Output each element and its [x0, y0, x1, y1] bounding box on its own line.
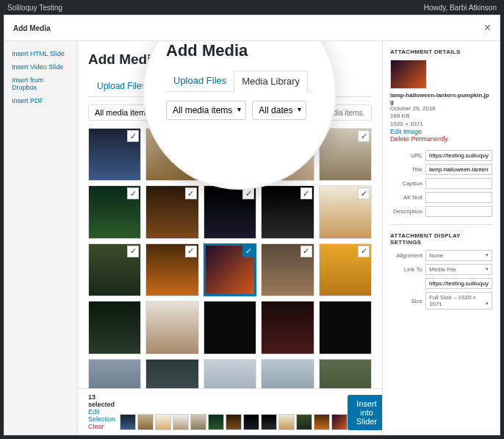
- media-thumb[interactable]: [88, 359, 141, 388]
- check-icon[interactable]: ✓: [127, 130, 139, 142]
- mag-filter-date[interactable]: All dates: [252, 101, 306, 120]
- align-select[interactable]: None: [425, 250, 492, 261]
- alt-field[interactable]: [425, 192, 492, 203]
- media-thumb[interactable]: ✓: [319, 243, 372, 296]
- selection-thumb[interactable]: [243, 414, 259, 430]
- selection-thumb[interactable]: [278, 414, 295, 430]
- admin-bar: Soliloquy Testing Howdy, Barbi Atkinson: [0, 0, 504, 15]
- attachment-filename: lamp-halloween-lantern-pumpkin.jpg: [390, 92, 492, 105]
- media-thumb[interactable]: [261, 301, 314, 354]
- selection-thumb[interactable]: [296, 414, 312, 430]
- selection-thumb[interactable]: [331, 414, 348, 430]
- modal-header: Add Media ×: [4, 15, 500, 41]
- desc-label: Description: [390, 208, 422, 215]
- check-icon[interactable]: ✓: [185, 188, 197, 199]
- url-label: URL: [390, 152, 422, 159]
- title-label: Title: [390, 166, 422, 173]
- check-icon[interactable]: ✓: [127, 188, 139, 199]
- caption-field[interactable]: [425, 178, 492, 189]
- sidebar-item-html[interactable]: Insert HTML Slide: [4, 47, 77, 60]
- selection-thumb[interactable]: [261, 414, 277, 430]
- check-icon[interactable]: ✓: [242, 246, 254, 257]
- attachment-dims: 1920 × 1071: [390, 121, 492, 128]
- caption-label: Caption: [390, 180, 422, 187]
- display-heading: ATTACHMENT DISPLAY SETTINGS: [390, 232, 492, 246]
- greeting[interactable]: Howdy, Barbi Atkinson: [424, 4, 497, 12]
- media-thumb[interactable]: ✓: [88, 185, 141, 238]
- sidebar-item-dropbox[interactable]: Insert from Dropbox: [4, 74, 77, 94]
- url-field[interactable]: [425, 150, 492, 161]
- footer: 13 selected Edit Selection Clear Insert …: [78, 388, 382, 435]
- mag-filter-type[interactable]: All media items: [166, 101, 246, 120]
- edit-image-link[interactable]: Edit Image: [390, 128, 492, 135]
- modal-title: Add Media: [13, 24, 51, 32]
- check-icon[interactable]: ✓: [358, 188, 370, 199]
- add-media-modal: Add Media × Insert HTML Slide Insert Vid…: [4, 15, 500, 435]
- selection-thumbs: [120, 414, 348, 430]
- sidebar-item-video[interactable]: Insert Video Slide: [4, 60, 77, 74]
- mag-tab-library[interactable]: Media Library: [234, 71, 308, 92]
- media-thumb[interactable]: [88, 301, 141, 354]
- selection-thumb[interactable]: [314, 414, 330, 430]
- media-thumb[interactable]: [319, 359, 372, 388]
- attachment-date: October 26, 2018: [390, 105, 492, 113]
- site-name[interactable]: Soliloquy Testing: [7, 4, 62, 12]
- edit-selection-link[interactable]: Edit Selection: [88, 408, 115, 423]
- attachment-preview: [390, 60, 427, 89]
- desc-field[interactable]: [425, 206, 492, 217]
- selection-thumb[interactable]: [173, 414, 189, 430]
- selection-thumb[interactable]: [190, 414, 206, 430]
- mag-tab-upload[interactable]: Upload Files: [166, 71, 234, 91]
- selection-thumb[interactable]: [137, 414, 154, 430]
- media-thumb[interactable]: ✓: [319, 128, 372, 181]
- selection-count: 13 selected: [88, 393, 120, 408]
- insert-button[interactable]: Insert into Slider: [348, 395, 382, 430]
- selection-thumb[interactable]: [208, 414, 224, 430]
- media-thumb[interactable]: ✓: [204, 185, 256, 238]
- check-icon[interactable]: ✓: [185, 246, 197, 257]
- details-sidebar: ATTACHMENT DETAILS lamp-halloween-lanter…: [382, 41, 500, 435]
- left-sidebar: Insert HTML Slide Insert Video Slide Ins…: [4, 41, 78, 435]
- details-heading: ATTACHMENT DETAILS: [390, 49, 492, 55]
- media-thumb[interactable]: ✓: [145, 243, 198, 296]
- delete-link[interactable]: Delete Permanently: [390, 135, 492, 143]
- clear-selection-link[interactable]: Clear: [88, 423, 104, 430]
- alt-label: Alt Text: [390, 194, 422, 201]
- title-field[interactable]: [425, 164, 492, 175]
- main-panel: Add Media Upload Files Media Library All…: [78, 41, 382, 435]
- media-thumb[interactable]: ✓: [88, 128, 141, 181]
- media-thumb[interactable]: ✓: [261, 243, 314, 296]
- media-thumb[interactable]: [319, 301, 372, 354]
- size-select[interactable]: Full Size – 1920 × 1071: [425, 292, 492, 310]
- size-label: Size: [390, 298, 422, 304]
- check-icon[interactable]: ✓: [127, 246, 139, 257]
- check-icon[interactable]: ✓: [358, 130, 370, 142]
- linkto-url[interactable]: [425, 278, 492, 289]
- mag-title: Add Media: [166, 41, 313, 60]
- media-thumb[interactable]: [145, 359, 198, 388]
- selection-thumb[interactable]: [226, 414, 242, 430]
- attachment-size: 168 KB: [390, 113, 492, 120]
- media-thumb[interactable]: [204, 359, 256, 388]
- linkto-select[interactable]: Media File: [425, 264, 492, 275]
- check-icon[interactable]: ✓: [300, 188, 312, 199]
- media-thumb[interactable]: ✓: [261, 185, 314, 238]
- check-icon[interactable]: ✓: [242, 188, 254, 199]
- media-thumb[interactable]: [204, 301, 256, 354]
- media-thumb[interactable]: ✓: [319, 185, 372, 238]
- check-icon[interactable]: ✓: [300, 246, 312, 257]
- media-thumb[interactable]: [261, 359, 314, 388]
- media-thumb[interactable]: ✓: [88, 243, 141, 296]
- sidebar-item-pdf[interactable]: Insert PDF: [4, 94, 77, 107]
- close-icon[interactable]: ×: [484, 21, 491, 35]
- check-icon[interactable]: ✓: [358, 246, 370, 257]
- linkto-label: Link To: [390, 266, 422, 273]
- selection-thumb[interactable]: [120, 414, 136, 430]
- media-thumb[interactable]: ✓: [145, 185, 198, 238]
- align-label: Alignment: [390, 252, 422, 259]
- selection-thumb[interactable]: [155, 414, 171, 430]
- media-thumb[interactable]: [145, 301, 198, 354]
- media-thumb[interactable]: ✓: [204, 243, 256, 296]
